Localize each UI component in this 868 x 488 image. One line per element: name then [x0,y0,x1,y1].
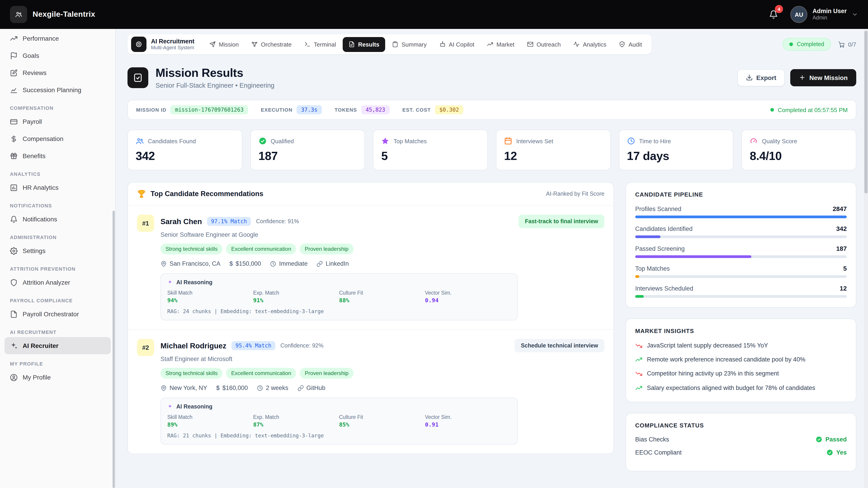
sidebar-item-hr-analytics[interactable]: HR Analytics [4,179,111,196]
completed-timestamp: Completed at 05:57:55 PM [771,106,848,113]
notification-count-badge: 4 [775,5,783,13]
sidebar-item-compensation[interactable]: Compensation [4,130,111,147]
chart-line-icon [10,86,18,94]
sidebar-item-succession-planning[interactable]: Succession Planning [4,81,111,98]
tab-outreach[interactable]: Outreach [521,37,567,52]
sidebar-item-label: Succession Planning [23,86,81,94]
sidebar-item-label: Attrition Analyzer [23,279,70,286]
tab-summary[interactable]: Summary [386,37,432,52]
compliance-status-card: COMPLIANCE STATUS Bias Checks Passed EEO… [626,413,856,471]
dollar-icon [10,135,18,142]
activity-icon [574,41,580,47]
recommendations-title: Top Candidate Recommendations [151,190,264,198]
candidate-role: Senior Software Engineer at Google [160,231,604,238]
page-subtitle: Senior Full-Stack Engineer • Engineering [156,82,274,89]
notifications-button[interactable]: 4 [765,6,782,23]
tab-mission[interactable]: Mission [204,37,245,52]
user-menu[interactable]: AU Admin User Admin [790,6,858,23]
tab-orchestrate[interactable]: Orchestrate [246,37,298,52]
tab-market[interactable]: Market [481,37,520,52]
tab-terminal[interactable]: Terminal [298,37,342,52]
trending-up-icon [635,356,643,363]
tab-results[interactable]: Results [343,37,385,52]
stat-top-matches: Top Matches 5 [373,130,488,170]
candidate-pipeline-card: CANDIDATE PIPELINE Profiles Scanned2847 … [626,182,856,308]
recommendations-card: Top Candidate Recommendations AI-Ranked … [127,182,614,454]
calendar-icon [504,137,512,145]
mission-id-field: MISSION ID mission-1767097601263 [136,105,248,114]
sidebar-item-goals[interactable]: Goals [4,47,111,64]
stat-value: 187 [258,149,357,163]
insight-item: Competitor hiring activity up 23% in thi… [635,370,847,378]
new-mission-button[interactable]: New Mission [790,69,856,86]
module-tabbar: AI Recruitment Multi-Agent System Missio… [127,34,651,54]
star-icon [381,137,390,145]
match-score-badge: 97.1% Match [207,217,251,226]
pipeline-row-top-matches: Top Matches5 [635,265,847,278]
dollar-icon: $ [229,260,233,267]
clock-icon [270,260,276,267]
clock-icon [627,137,635,145]
network-icon [251,41,258,47]
completed-dot [771,108,774,111]
sidebar-item-reviews[interactable]: Reviews [4,64,111,81]
metric-vector-sim: Vector Sim.0.94 [425,290,511,304]
candidate-role: Staff Engineer at Microsoft [160,356,604,362]
skill-tag: Strong technical skills [160,243,223,254]
page-scrollbar-thumb[interactable] [864,31,868,193]
check-circle-icon [258,137,267,145]
sidebar-item-notifications[interactable]: Notifications [4,210,111,228]
sidebar-item-ai-recruiter[interactable]: AI Recruiter [4,337,111,354]
sidebar-item-benefits[interactable]: Benefits [4,147,111,164]
clipboard-check-icon [133,72,143,83]
cost-badge: $0.302 [435,105,464,114]
gauge-icon [750,137,758,145]
candidate-profile-link[interactable]: LinkedIn [317,260,349,267]
skill-tag: Excellent communication [226,243,296,254]
sidebar-item-label: Compensation [23,135,64,142]
tabs: Mission Orchestrate Terminal Results [204,37,648,52]
sidebar-item-attrition-analyzer[interactable]: Attrition Analyzer [4,274,111,291]
compliance-row-bias-checks: Bias Checks Passed [635,436,847,443]
sidebar-section-ai-recruitment: AI RECRUITMENT [10,329,105,335]
tab-analytics[interactable]: Analytics [567,37,612,52]
sidebar-item-payroll[interactable]: Payroll [4,113,111,130]
stat-value: 342 [135,149,234,163]
sidebar-item-payroll-orchestrator[interactable]: Payroll Orchestrator [4,305,111,323]
progress-bar [635,255,752,258]
sidebar-item-performance[interactable]: Performance [4,30,111,47]
candidate-location: New York, NY [160,385,207,391]
confidence-label: Confidence: 92% [281,343,323,349]
sidebar-item-my-profile[interactable]: My Profile [4,369,111,386]
mail-icon [527,41,533,47]
candidate-salary: $ $150,000 [229,260,261,267]
stat-value: 17 days [627,149,725,163]
progress-bar [635,295,644,298]
sidebar-item-label: AI Recruiter [23,342,59,349]
candidate-availability: 2 weeks [257,385,288,391]
tab-audit[interactable]: Audit [613,37,648,52]
export-button[interactable]: Export [737,69,785,86]
schedule-interview-button[interactable]: Schedule technical interview [515,339,604,352]
fast-track-button[interactable]: Fast-track to final interview [519,215,604,228]
target-icon [135,41,143,48]
sidebar-scrollbar-thumb[interactable] [113,210,115,488]
execution-field: EXECUTION 37.3s [261,105,322,114]
insight-item: Remote work preference increased candida… [635,356,847,364]
sidebar-item-label: Goals [23,52,39,59]
page-scrollbar[interactable] [864,29,868,488]
candidate-profile-link[interactable]: GitHub [297,385,325,391]
bar-chart-icon [10,184,18,191]
chevron-down-icon [852,11,858,18]
mission-meta-bar: MISSION ID mission-1767097601263 EXECUTI… [127,100,856,120]
sidebar-item-settings[interactable]: Settings [4,242,111,259]
tab-ai-copilot[interactable]: AI Copilot [434,37,480,52]
map-pin-icon [160,385,167,391]
pipeline-row-interviews-scheduled: Interviews Scheduled12 [635,285,847,298]
stat-candidates-found: Candidates Found 342 [127,130,242,170]
sparkles-icon [10,342,18,350]
skill-tag: Proven leadership [300,243,353,254]
rank-badge: #2 [137,339,154,356]
trending-up-icon [635,384,643,392]
clock-icon [257,385,263,391]
